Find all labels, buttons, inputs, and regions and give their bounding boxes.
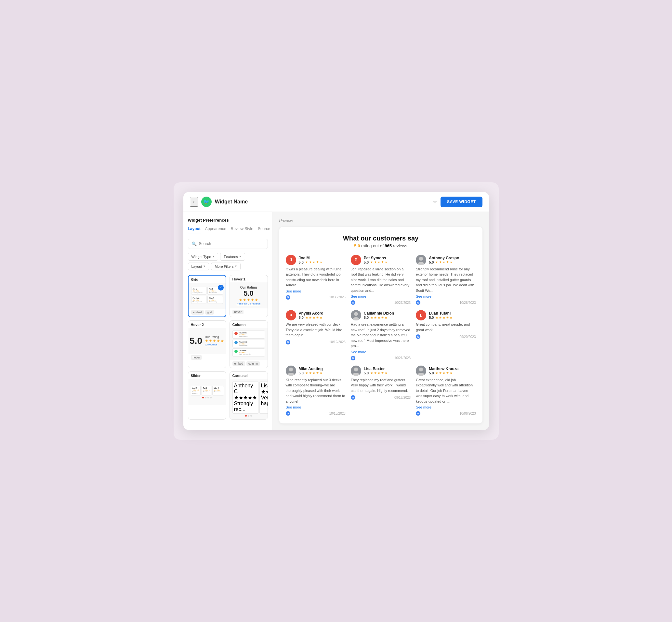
rating-summary: 5.0 rating out of 865 reviews xyxy=(286,243,476,248)
tab-layout[interactable]: Layout xyxy=(188,227,201,234)
widget-heading: What our customers say xyxy=(286,235,476,242)
review-name-8: Lisa Baxter xyxy=(364,367,388,371)
review-text-3: Strongly recommend Kline for any exterio… xyxy=(416,267,476,293)
hover1-read-reviews: Read our 22 reviews xyxy=(237,302,260,305)
review-avatar-3 xyxy=(416,255,426,265)
widget-card-carousel[interactable]: Carousel Anthony C ★★★★★ Strongly rec... xyxy=(230,372,268,419)
see-more-3[interactable]: See more xyxy=(416,295,476,298)
widget-card-hover1-label: Hover 1 xyxy=(230,275,268,282)
preview-label: Preview xyxy=(279,218,482,223)
widget-card-column-tags: embed column xyxy=(230,360,268,368)
header: ‹ 🐦 Widget Name ✏ SAVE WIDGET xyxy=(183,192,489,212)
review-name-2: Pat Symons xyxy=(364,256,388,260)
app-window: ‹ 🐦 Widget Name ✏ SAVE WIDGET Widget Pre… xyxy=(183,192,489,430)
review-count: 865 xyxy=(384,243,392,248)
back-button[interactable]: ‹ xyxy=(190,197,198,207)
widget-card-hover1[interactable]: Hover 1 Our Rating 5.0 ★★★★★ Read our 22… xyxy=(230,275,268,317)
tab-appearance[interactable]: Appearence xyxy=(205,227,226,234)
edit-icon[interactable]: ✏ xyxy=(433,199,437,204)
widget-card-column[interactable]: Column Reviewer 1 ★★★★★ Great service... xyxy=(230,320,268,368)
review-date-4: 10/12/2023 xyxy=(329,340,345,344)
widget-card-grid-tags: embed grid xyxy=(189,309,226,316)
review-card-8: Lisa Baxter 5.0 ★★★★★ They replaced my r… xyxy=(351,366,411,416)
review-footer-2: G 10/27/2023 xyxy=(351,300,411,305)
review-card-2: P Pat Symons 5.0 ★★★★★ Joni repaired a l… xyxy=(351,255,411,305)
filter-row: Widget Type ▼ Features ▼ Layout ▼ More F… xyxy=(188,253,268,270)
google-icon-8: G xyxy=(351,395,355,400)
main-layout: Widget Preferrences Layout Appearence Re… xyxy=(183,212,489,430)
review-header-3: Anthony Crespo 5.0 ★★★★★ xyxy=(416,255,476,265)
review-text-5: Had a great experience gettting a new ro… xyxy=(351,322,411,349)
review-date-9: 10/06/2023 xyxy=(459,412,476,415)
filter-layout[interactable]: Layout ▼ xyxy=(188,263,209,270)
google-icon-1: G xyxy=(286,295,290,300)
tag-embed-col: embed xyxy=(232,361,245,366)
review-date-8: 09/18/2023 xyxy=(394,396,411,400)
svg-point-7 xyxy=(289,368,293,372)
review-footer-1: G 10/30/2023 xyxy=(286,295,345,300)
widget-card-grid[interactable]: Grid ✓ Joe M ★★★★★ It was a pleasure... xyxy=(188,275,226,317)
search-icon: 🔍 xyxy=(192,241,197,246)
outer-background: ‹ 🐦 Widget Name ✏ SAVE WIDGET Widget Pre… xyxy=(174,182,499,440)
google-icon-6: G xyxy=(416,335,421,339)
review-stars-1: 5.0 ★★★★★ xyxy=(299,260,323,264)
review-name-4: Phyllis Acord xyxy=(299,311,324,316)
hover2-stars: ★★★★★ xyxy=(205,339,224,343)
tab-review-style[interactable]: Review Style xyxy=(231,227,253,234)
search-input[interactable] xyxy=(199,241,264,246)
review-date-1: 10/30/2023 xyxy=(329,296,345,299)
review-stars-4: 5.0 ★★★★★ xyxy=(299,316,324,319)
review-footer-6: G 09/20/2023 xyxy=(416,335,476,339)
svg-point-4 xyxy=(354,312,358,316)
widget-card-hover2[interactable]: Hover 2 5.0 Our Rating ★★★★★ 22 reviews xyxy=(188,320,226,368)
review-header-7: Mike Austing 5.0 ★★★★★ xyxy=(286,366,345,376)
widget-card-grid-label: Grid xyxy=(189,276,226,283)
review-header-9: Matthew Krauza 5.0 ★★★★★ xyxy=(416,366,476,376)
review-footer-3: G 10/26/2023 xyxy=(416,300,476,305)
tag-grid: grid xyxy=(205,310,214,315)
see-more-1[interactable]: See more xyxy=(286,289,345,293)
save-widget-button[interactable]: SAVE WIDGET xyxy=(440,197,482,207)
widget-card-slider[interactable]: Slider Joe M ★★★★★ Great service... xyxy=(188,372,226,419)
review-avatar-6: L xyxy=(416,310,426,320)
search-box: 🔍 xyxy=(188,239,268,249)
see-more-5[interactable]: See more xyxy=(351,350,411,354)
hover2-rating: 5.0 xyxy=(190,336,202,346)
hover1-our-rating: Our Rating xyxy=(237,286,260,289)
review-card-1: J Joe M 5.0 ★★★★★ It was a pleasure deal… xyxy=(286,255,345,305)
review-footer-4: G 10/12/2023 xyxy=(286,340,345,344)
widget-card-hover2-label: Hover 2 xyxy=(188,321,226,328)
widget-card-carousel-preview: Anthony C ★★★★★ Strongly rec... Lisa B ★… xyxy=(230,379,268,419)
filter-widget-type[interactable]: Widget Type ▼ xyxy=(188,253,219,261)
see-more-7[interactable]: See more xyxy=(286,405,345,409)
svg-point-13 xyxy=(419,368,423,372)
filter-features[interactable]: Features ▼ xyxy=(220,253,245,261)
review-stars-9: 5.0 ★★★★★ xyxy=(429,371,459,375)
review-footer-8: G 09/18/2023 xyxy=(351,395,411,400)
reviews-grid: J Joe M 5.0 ★★★★★ It was a pleasure deal… xyxy=(286,255,476,416)
rating-value: 5.0 xyxy=(354,243,360,248)
review-stars-3: 5.0 ★★★★★ xyxy=(429,260,459,264)
see-more-2[interactable]: See more xyxy=(351,295,411,298)
review-card-3: Anthony Crespo 5.0 ★★★★★ Strongly recomm… xyxy=(416,255,476,305)
see-more-9[interactable]: See more xyxy=(416,405,476,409)
review-text-2: Joni repaired a large section on a roof … xyxy=(351,267,411,293)
review-date-2: 10/27/2023 xyxy=(394,301,411,305)
tab-source[interactable]: Source xyxy=(258,227,270,234)
hover2-our-rating: Our Rating xyxy=(205,335,224,339)
widget-card-hover1-preview: Our Rating 5.0 ★★★★★ Read our 22 reviews xyxy=(230,282,268,308)
review-avatar-7 xyxy=(286,366,296,376)
review-avatar-1: J xyxy=(286,255,296,265)
review-avatar-8 xyxy=(351,366,361,376)
widget-card-hover1-tags: hover xyxy=(230,308,268,316)
tag-hover: hover xyxy=(232,310,244,314)
filter-more[interactable]: More Filters ▼ xyxy=(211,263,241,270)
tag-column: column xyxy=(246,361,260,366)
widget-card-hover2-tags: hover xyxy=(188,354,226,362)
widget-grid: Grid ✓ Joe M ★★★★★ It was a pleasure... xyxy=(188,275,268,419)
review-stars-5: 5.0 ★★★★★ xyxy=(364,316,394,319)
widget-card-carousel-label: Carousel xyxy=(230,372,268,379)
app-logo: 🐦 xyxy=(201,197,212,207)
review-name-6: Luan Tufani xyxy=(429,311,452,316)
widget-card-hover2-preview: 5.0 Our Rating ★★★★★ 22 reviews xyxy=(188,328,226,354)
